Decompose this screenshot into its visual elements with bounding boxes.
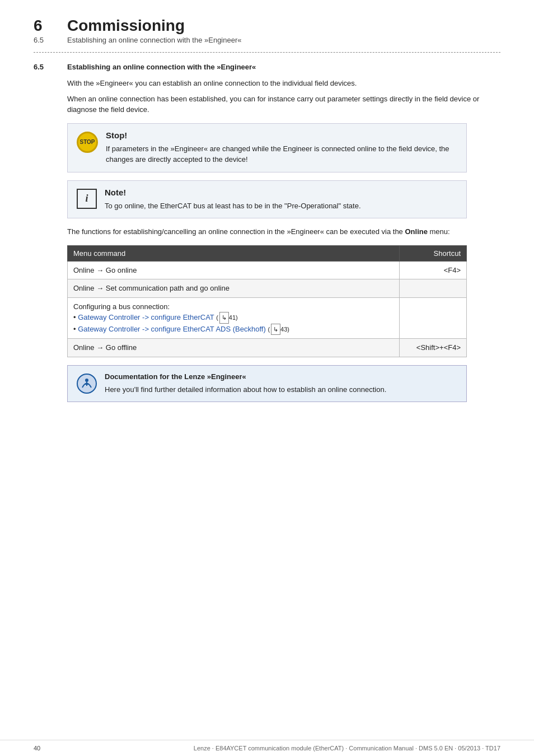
- body-para2: When an online connection has been estab…: [67, 94, 500, 115]
- divider: [34, 52, 500, 53]
- page-ref-1: (↳ 41): [216, 312, 238, 324]
- link-configure-ethercat-ads[interactable]: Gateway Controller -> configure EtherCAT…: [78, 325, 266, 333]
- svg-point-1: [85, 379, 88, 382]
- footer-doc-info: Lenze · E84AYCET communication module (E…: [194, 745, 500, 752]
- table-row: Online → Go online <F4>: [68, 261, 467, 279]
- table-cell-shortcut: <F4>: [400, 261, 467, 279]
- col-header-command: Menu command: [68, 245, 400, 261]
- bus-config-label: Configuring a bus connection:: [73, 302, 170, 311]
- table-row: Online → Go offline <Shift>+<F4>: [68, 339, 467, 357]
- table-cell-shortcut: [400, 297, 467, 339]
- section-heading: 6.5 Establishing an online connection wi…: [34, 63, 500, 71]
- table-cell-shortcut: [400, 279, 467, 298]
- stop-title: Stop!: [106, 130, 457, 140]
- doc-text: Here you'll find further detailed inform…: [105, 384, 386, 395]
- chapter-title: Commissioning: [67, 17, 185, 35]
- doc-icon: [77, 374, 97, 394]
- stop-box: STOP Stop! If parameters in the »Enginee…: [67, 123, 467, 172]
- sub-section-title: Establishing an online connection with t…: [67, 36, 242, 44]
- stop-text: If parameters in the »Engineer« are chan…: [106, 143, 457, 165]
- note-box: i Note! To go online, the EtherCAT bus a…: [67, 180, 467, 219]
- footer: 40 Lenze · E84AYCET communication module…: [0, 740, 534, 756]
- section-title: Establishing an online connection with t…: [67, 63, 256, 71]
- sub-section-number: 6.5: [34, 36, 56, 44]
- doc-box: Documentation for the Lenze »Engineer« H…: [67, 365, 467, 403]
- header: 6 Commissioning 6.5 Establishing an onli…: [34, 17, 500, 44]
- table-cell-command: Online → Set communication path and go o…: [68, 279, 400, 298]
- transition-text: The functions for establishing/cancellin…: [67, 226, 500, 237]
- doc-title: Documentation for the Lenze »Engineer«: [105, 372, 386, 381]
- footer-page-number: 40: [34, 745, 40, 752]
- note-title: Note!: [105, 188, 361, 197]
- table-row: Online → Set communication path and go o…: [68, 279, 467, 298]
- table-cell-command: Online → Go offline: [68, 339, 400, 357]
- note-text: To go online, the EtherCAT bus at least …: [105, 200, 361, 212]
- doc-content: Documentation for the Lenze »Engineer« H…: [105, 372, 386, 395]
- section-number: 6.5: [34, 63, 56, 71]
- page-ref-2: (↳ 43): [268, 324, 289, 335]
- table-cell-command: Online → Go online: [68, 261, 400, 279]
- link-configure-ethercat[interactable]: Gateway Controller -> configure EtherCAT: [78, 313, 214, 321]
- menu-table: Menu command Shortcut Online → Go online…: [67, 245, 467, 357]
- chapter-number: 6: [34, 17, 56, 35]
- note-content: Note! To go online, the EtherCAT bus at …: [105, 188, 361, 212]
- col-header-shortcut: Shortcut: [400, 245, 467, 261]
- body-para1: With the »Engineer« you can establish an…: [67, 78, 500, 89]
- stop-icon: STOP: [77, 132, 98, 153]
- table-row: Configuring a bus connection: • Gateway …: [68, 297, 467, 339]
- stop-content: Stop! If parameters in the »Engineer« ar…: [106, 130, 457, 165]
- info-icon: i: [77, 189, 97, 209]
- table-cell-shortcut: <Shift>+<F4>: [400, 339, 467, 357]
- table-cell-command-complex: Configuring a bus connection: • Gateway …: [68, 297, 400, 339]
